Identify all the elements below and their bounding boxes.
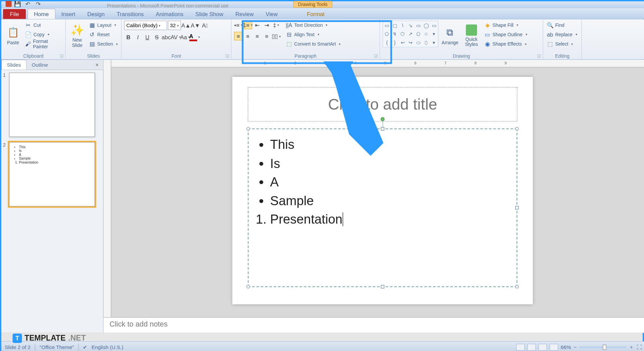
text-direction-button[interactable]: ||AText Direction	[285, 21, 341, 30]
panel-tab-outline[interactable]: Outline	[26, 60, 53, 69]
change-case-button[interactable]: Aa	[181, 33, 190, 41]
zoom-level[interactable]: 66%	[561, 344, 571, 350]
thumb-number: 2	[3, 142, 7, 207]
resize-handle-s[interactable]	[381, 285, 384, 288]
replace-button[interactable]: abReplace	[546, 30, 578, 39]
status-slide-info: Slide 2 of 2	[5, 344, 31, 350]
tab-review[interactable]: Review	[229, 9, 260, 19]
undo-icon[interactable]: ↶	[24, 0, 33, 8]
reset-button[interactable]: ↺Reset	[88, 30, 119, 39]
paste-button[interactable]: 📋 Paste	[4, 21, 22, 51]
font-size-combo[interactable]: 32	[168, 21, 181, 30]
clipboard-launcher-icon[interactable]: ◲	[60, 54, 64, 58]
font-launcher-icon[interactable]: ◲	[225, 54, 229, 58]
status-language[interactable]: English (U.S.)	[92, 344, 123, 350]
tab-view[interactable]: View	[260, 9, 284, 19]
bullet-item[interactable]: Is	[270, 154, 506, 173]
spellcheck-icon[interactable]: ✔	[83, 344, 87, 350]
zoom-slider[interactable]	[579, 346, 627, 348]
tab-file[interactable]: File	[3, 9, 26, 19]
font-color-button[interactable]: A	[190, 33, 199, 41]
align-text-button[interactable]: ⊟Align Text	[285, 30, 341, 39]
resize-handle-se[interactable]	[515, 285, 519, 288]
save-icon[interactable]: 💾	[13, 0, 22, 8]
section-icon: ▤	[89, 40, 95, 47]
font-name-combo[interactable]: Calibri (Body)	[124, 21, 167, 30]
panel-tab-slides[interactable]: Slides	[1, 60, 26, 69]
resize-handle-ne[interactable]	[515, 127, 519, 130]
align-right-button[interactable]: ≡	[253, 32, 262, 41]
find-button[interactable]: 🔍Find	[546, 21, 578, 30]
tab-slideshow[interactable]: Slide Show	[190, 9, 229, 19]
columns-button[interactable]: ▯▯	[272, 32, 280, 41]
cut-label: Cut	[34, 22, 41, 27]
numbered-item[interactable]: Presentation	[270, 210, 506, 229]
paste-icon: 📋	[7, 26, 19, 39]
normal-view-button[interactable]	[516, 344, 525, 350]
justify-button[interactable]: ≡	[262, 32, 271, 41]
fit-to-window-button[interactable]: ⛶	[637, 344, 642, 350]
slideshow-view-button[interactable]	[550, 344, 558, 350]
increase-indent-button[interactable]: ⇥	[262, 21, 271, 30]
tab-animations[interactable]: Animations	[150, 9, 190, 19]
status-theme[interactable]: "Office Theme"	[40, 344, 74, 350]
underline-button[interactable]: U	[143, 33, 152, 41]
tab-format[interactable]: Format	[301, 9, 331, 19]
bullets-button[interactable]: •≡	[234, 21, 243, 30]
slide-thumbnail-1[interactable]	[9, 72, 95, 137]
sorter-view-button[interactable]	[527, 344, 536, 350]
shrink-font-button[interactable]: A▼	[191, 21, 200, 30]
select-button[interactable]: ⬚Select	[546, 40, 578, 48]
arrange-button[interactable]: ⧉Arrange	[440, 21, 460, 51]
strike-button[interactable]: S	[153, 33, 161, 41]
resize-handle-e[interactable]	[515, 206, 519, 210]
select-label: Select	[555, 41, 568, 46]
clear-formatting-button[interactable]: A⃠	[201, 21, 209, 30]
new-slide-button[interactable]: ✨ New Slide	[68, 21, 86, 51]
zoom-out-button[interactable]: −	[574, 344, 577, 350]
char-spacing-button[interactable]: AV	[171, 33, 180, 41]
shadow-button[interactable]: abc	[162, 33, 171, 41]
notes-pane[interactable]: Click to add notes	[104, 317, 644, 333]
tab-transitions[interactable]: Transitions	[111, 9, 150, 19]
resize-handle-sw[interactable]	[247, 285, 250, 288]
reading-view-button[interactable]	[538, 344, 547, 350]
decrease-indent-button[interactable]: ⇤	[253, 21, 262, 30]
paragraph-launcher-icon[interactable]: ◲	[374, 54, 378, 58]
tab-design[interactable]: Design	[81, 9, 111, 19]
numbering-button[interactable]: 1≡	[244, 21, 252, 30]
drawing-launcher-icon[interactable]: ◲	[537, 54, 541, 58]
quick-styles-button[interactable]: Quick Styles	[462, 21, 481, 51]
cut-button[interactable]: ✂Cut	[24, 21, 63, 30]
resize-handle-nw[interactable]	[247, 127, 250, 130]
convert-smartart-button[interactable]: ⬚Convert to SmartArt	[285, 40, 341, 48]
group-label-drawing: Drawing◲	[383, 53, 540, 59]
slide-thumbnail-2[interactable]: This Is A Sample Presentation	[9, 142, 95, 207]
shapes-gallery[interactable]: ▭▢\↘▭◯▭ ⬠↯⬡↗⬠☆▾ {}↩↪⬭⬯▾	[383, 21, 438, 47]
redo-icon[interactable]: ↷	[34, 0, 43, 8]
panel-close-button[interactable]: ×	[94, 61, 100, 68]
line-spacing-button[interactable]: ‡	[272, 21, 280, 30]
bold-button[interactable]: B	[124, 33, 133, 41]
zoom-in-button[interactable]: ＋	[629, 343, 634, 351]
bullet-item[interactable]: Sample	[270, 191, 506, 210]
align-center-button[interactable]: ≡	[244, 32, 252, 41]
watermark-suffix: .NET	[68, 334, 86, 343]
layout-button[interactable]: ▦Layout	[88, 21, 119, 30]
shape-fill-button[interactable]: ◆Shape Fill	[483, 21, 528, 30]
section-button[interactable]: ▤Section	[88, 40, 119, 48]
thumb-bullet: Is	[19, 149, 91, 153]
italic-button[interactable]: I	[133, 33, 142, 41]
grow-font-button[interactable]: A▲	[182, 21, 191, 30]
tab-insert[interactable]: Insert	[55, 9, 81, 19]
align-left-button[interactable]: ≡	[234, 32, 243, 41]
replace-label: Replace	[555, 32, 573, 37]
format-painter-button[interactable]: 🖌Format Painter	[24, 40, 63, 48]
tab-home[interactable]: Home	[28, 9, 55, 19]
quick-styles-label: Quick Styles	[465, 37, 478, 47]
copy-button[interactable]: 📄Copy	[24, 30, 63, 39]
shape-outline-button[interactable]: ▭Shape Outline	[483, 30, 528, 39]
bullet-item[interactable]: A	[270, 173, 506, 191]
shape-effects-button[interactable]: ◉Shape Effects	[483, 40, 528, 48]
vertical-ruler[interactable]	[104, 60, 111, 333]
